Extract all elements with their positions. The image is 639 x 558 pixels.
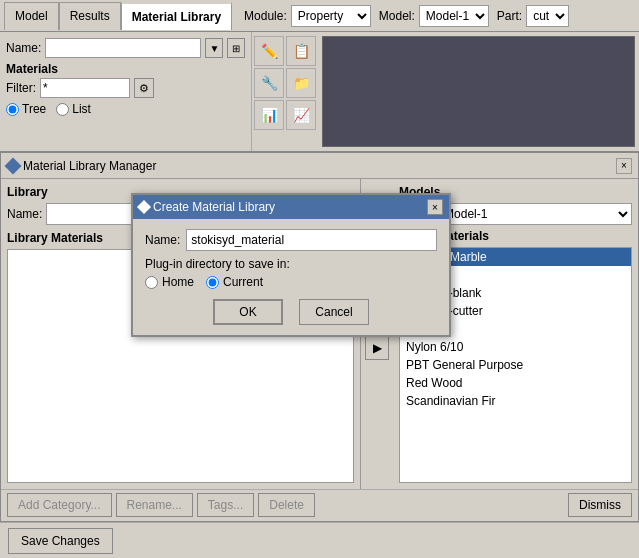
toolbar-icon-2[interactable]: 📋 <box>286 36 316 66</box>
model-material-item[interactable]: Scandinavian Fir <box>400 392 631 410</box>
cml-name-input[interactable] <box>186 229 437 251</box>
toolbar-icon-5[interactable]: 📊 <box>254 100 284 130</box>
add-category-button[interactable]: Add Category... <box>7 493 112 517</box>
materials-title: Materials <box>6 62 58 76</box>
dismiss-button[interactable]: Dismiss <box>568 493 632 517</box>
model-label: Model: <box>379 9 415 23</box>
save-changes-button[interactable]: Save Changes <box>8 528 113 554</box>
radio-current-label[interactable]: Current <box>206 275 263 289</box>
part-select[interactable]: cut <box>526 5 569 27</box>
toolbar-icon-4[interactable]: 📁 <box>286 68 316 98</box>
toolbar-icon-6[interactable]: 📈 <box>286 100 316 130</box>
name-label-top: Name: <box>6 41 41 55</box>
toolbar-icon-3[interactable]: 🔧 <box>254 68 284 98</box>
mlm-titlebar: Material Library Manager × <box>1 153 638 179</box>
filter-action-btn[interactable]: ⚙ <box>134 78 154 98</box>
lib-name-label: Name: <box>7 207 42 221</box>
cml-cancel-button[interactable]: Cancel <box>299 299 369 325</box>
name-input-top[interactable] <box>45 38 201 58</box>
model-material-item[interactable]: PBT General Purpose <box>400 356 631 374</box>
model-select[interactable]: Model-1 <box>419 5 489 27</box>
filter-input[interactable] <box>40 78 130 98</box>
cml-titlebar: Create Material Library × <box>133 195 449 219</box>
mlm-close-button[interactable]: × <box>616 158 632 174</box>
name-action-btn[interactable]: ⊞ <box>227 38 245 58</box>
radio-current-text: Current <box>223 275 263 289</box>
rename-button[interactable]: Rename... <box>116 493 193 517</box>
delete-button[interactable]: Delete <box>258 493 315 517</box>
tab-model[interactable]: Model <box>4 2 59 30</box>
cml-name-label: Name: <box>145 233 180 247</box>
filter-label: Filter: <box>6 81 36 95</box>
bottom-buttons-group: Add Category... Rename... Tags... Delete <box>7 493 315 517</box>
radio-current[interactable] <box>206 276 219 289</box>
toolbar-icon-1[interactable]: ✏️ <box>254 36 284 66</box>
module-select[interactable]: Property <box>291 5 371 27</box>
radio-list-label[interactable]: List <box>56 102 91 116</box>
cml-title-text: Create Material Library <box>153 200 275 214</box>
module-label: Module: <box>244 9 287 23</box>
tab-results[interactable]: Results <box>59 2 121 30</box>
cml-close-button[interactable]: × <box>427 199 443 215</box>
model-material-item[interactable]: Red Wood <box>400 374 631 392</box>
radio-home-text: Home <box>162 275 194 289</box>
cml-dir-label: Plug-in directory to save in: <box>145 257 437 271</box>
name-dropdown-btn[interactable]: ▼ <box>205 38 223 58</box>
radio-tree[interactable] <box>6 103 19 116</box>
tab-material-library[interactable]: Material Library <box>121 2 232 30</box>
arrow-right-button[interactable]: ▶ <box>365 336 389 360</box>
part-label: Part: <box>497 9 522 23</box>
create-material-library-dialog: Create Material Library × Name: Plug-in … <box>131 193 451 337</box>
tags-button[interactable]: Tags... <box>197 493 254 517</box>
model-material-item[interactable]: Nylon 6/10 <box>400 338 631 356</box>
model-dropdown[interactable]: Model-1 <box>439 203 632 225</box>
cml-ok-button[interactable]: OK <box>213 299 283 325</box>
radio-list[interactable] <box>56 103 69 116</box>
radio-home-label[interactable]: Home <box>145 275 194 289</box>
mlm-title: Material Library Manager <box>23 159 156 173</box>
radio-home[interactable] <box>145 276 158 289</box>
radio-tree-label[interactable]: Tree <box>6 102 46 116</box>
